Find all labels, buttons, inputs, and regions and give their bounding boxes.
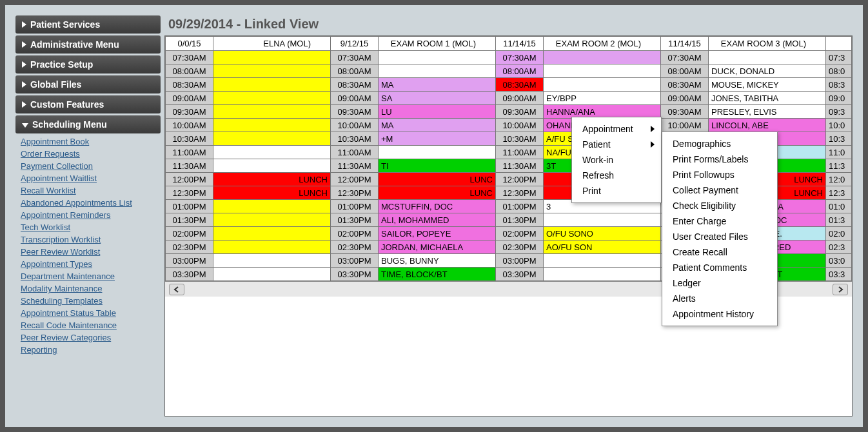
- appointment-cell[interactable]: [213, 92, 331, 105]
- appointment-cell[interactable]: MA: [379, 119, 496, 132]
- appointment-cell[interactable]: LINCOLN, ABE: [709, 119, 826, 132]
- appointment-cell[interactable]: [213, 105, 331, 119]
- appointment-cell[interactable]: LU: [379, 105, 496, 119]
- nav-section-practice-setup[interactable]: Practice Setup: [15, 55, 161, 74]
- nav-section-administrative-menu[interactable]: Administrative Menu: [15, 35, 161, 54]
- time-cell-extra: 09:3: [826, 105, 852, 119]
- appointment-cell[interactable]: [213, 213, 331, 227]
- ctx-item-collect-payment[interactable]: Collect Payment: [662, 182, 777, 198]
- appointment-cell[interactable]: [379, 51, 496, 64]
- appointment-cell[interactable]: LUNCH: [213, 186, 331, 200]
- appointment-cell[interactable]: [213, 159, 331, 173]
- appointment-cell[interactable]: [544, 51, 661, 64]
- submenu-peer-review-categories[interactable]: Peer Review Categories: [21, 331, 161, 344]
- submenu-peer-review-worklist[interactable]: Peer Review Worklist: [21, 246, 161, 258]
- appointment-cell[interactable]: PRESLEY, ELVIS: [709, 105, 826, 119]
- appointment-cell[interactable]: [213, 241, 331, 254]
- submenu-recall-code-maintenance[interactable]: Recall Code Maintenance: [21, 319, 161, 331]
- submenu-modality-maintenance[interactable]: Modality Maintenance: [21, 282, 161, 295]
- ctx-item-print-forms-labels[interactable]: Print Forms/Labels: [662, 152, 777, 167]
- time-cell-col4: 08:00AM: [661, 64, 709, 78]
- submenu-appointment-types[interactable]: Appointment Types: [21, 258, 161, 270]
- appointment-cell[interactable]: [213, 119, 331, 132]
- appointment-cell[interactable]: MA: [379, 78, 496, 92]
- appointment-cell[interactable]: SAILOR, POPEYE: [379, 227, 496, 241]
- ctx-item-patient-comments[interactable]: Patient Comments: [662, 260, 777, 275]
- appointment-cell[interactable]: [379, 64, 496, 78]
- appointment-cell[interactable]: TI: [379, 159, 496, 173]
- time-cell-col3: 11:30AM: [496, 159, 544, 173]
- appointment-cell[interactable]: [544, 213, 661, 227]
- appointment-cell[interactable]: O/FU SONO: [544, 227, 661, 241]
- nav-section-scheduling-menu[interactable]: Scheduling Menu: [15, 115, 161, 133]
- appointment-cell[interactable]: [544, 64, 661, 78]
- time-cell-col2: 03:00PM: [331, 254, 379, 268]
- appointment-cell[interactable]: AO/FU SON: [544, 241, 661, 254]
- submenu-appointment-waitlist[interactable]: Appointment Waitlist: [21, 172, 161, 184]
- nav-section-patient-services[interactable]: Patient Services: [15, 15, 161, 34]
- appointment-cell[interactable]: SA: [379, 92, 496, 105]
- scroll-left-button[interactable]: [169, 284, 184, 295]
- ctx-item-refresh[interactable]: Refresh: [572, 168, 661, 183]
- appointment-cell[interactable]: JONES, TABITHA: [709, 92, 826, 105]
- ctx-item-ledger[interactable]: Ledger: [662, 275, 777, 291]
- ctx-item-print[interactable]: Print: [572, 183, 661, 199]
- ctx-item-demographics[interactable]: Demographics: [662, 136, 777, 152]
- submenu-scheduling-templates[interactable]: Scheduling Templates: [21, 295, 161, 307]
- submenu-tech-worklist[interactable]: Tech Worklist: [21, 221, 161, 233]
- appointment-cell[interactable]: JORDAN, MICHAELA: [379, 241, 496, 254]
- appointment-cell[interactable]: [213, 200, 331, 213]
- context-menu-patient[interactable]: DemographicsPrint Forms/LabelsPrint Foll…: [662, 132, 778, 326]
- appointment-cell[interactable]: [544, 254, 661, 268]
- appointment-cell[interactable]: TIME, BLOCK/BT: [379, 268, 496, 281]
- appointment-cell[interactable]: LUNC: [379, 186, 496, 200]
- ctx-item-appointment[interactable]: Appointment: [572, 121, 661, 137]
- ctx-item-print-followups[interactable]: Print Followups: [662, 167, 777, 182]
- appointment-cell[interactable]: [213, 254, 331, 268]
- ctx-item-work-in[interactable]: Work-in: [572, 152, 661, 168]
- appointment-cell[interactable]: ALI, MOHAMMED: [379, 213, 496, 227]
- appointment-cell[interactable]: MCSTUFFIN, DOC: [379, 200, 496, 213]
- appointment-cell[interactable]: [544, 268, 661, 281]
- appointment-cell[interactable]: [213, 268, 331, 281]
- appointment-cell[interactable]: [213, 78, 331, 92]
- ctx-item-check-eligibility[interactable]: Check Eligibility: [662, 198, 777, 213]
- appointment-cell[interactable]: DUCK, DONALD: [709, 64, 826, 78]
- appointment-cell[interactable]: [213, 227, 331, 241]
- submenu-order-requests[interactable]: Order Requests: [21, 148, 161, 160]
- appointment-cell[interactable]: [213, 51, 331, 64]
- submenu-transcription-worklist[interactable]: Transcription Worklist: [21, 233, 161, 246]
- submenu-appointment-book[interactable]: Appointment Book: [21, 135, 161, 148]
- appointment-cell[interactable]: [213, 146, 331, 159]
- appointment-cell[interactable]: LUNC: [379, 173, 496, 186]
- appointment-cell[interactable]: MOUSE, MICKEY: [709, 78, 826, 92]
- nav-section-custom-features[interactable]: Custom Features: [15, 95, 161, 113]
- submenu-reporting[interactable]: Reporting: [21, 344, 161, 356]
- appointment-cell[interactable]: [544, 78, 661, 92]
- appointment-cell[interactable]: BUGS, BUNNY: [379, 254, 496, 268]
- submenu-appointment-reminders[interactable]: Appointment Reminders: [21, 209, 161, 221]
- ctx-item-appointment-history[interactable]: Appointment History: [662, 306, 777, 322]
- ctx-item-enter-charge[interactable]: Enter Charge: [662, 213, 777, 229]
- nav-section-global-files[interactable]: Global Files: [15, 75, 161, 93]
- appointment-cell[interactable]: [379, 146, 496, 159]
- ctx-item-patient[interactable]: Patient: [572, 137, 661, 152]
- scroll-right-button[interactable]: [833, 284, 848, 295]
- appointment-cell[interactable]: [709, 51, 826, 64]
- appointment-cell[interactable]: [213, 64, 331, 78]
- submenu-abandoned-appointments-list[interactable]: Abandoned Appointments List: [21, 197, 161, 209]
- chevron-down-icon: [22, 123, 28, 128]
- ctx-item-alerts[interactable]: Alerts: [662, 291, 777, 306]
- appointment-cell[interactable]: +M: [379, 132, 496, 146]
- time-cell-col1: 08:00AM: [166, 64, 213, 78]
- submenu-appointment-status-table[interactable]: Appointment Status Table: [21, 307, 161, 319]
- submenu-department-maintenance[interactable]: Department Maintenance: [21, 270, 161, 282]
- ctx-item-user-created-files[interactable]: User Created Files: [662, 229, 777, 244]
- submenu-recall-worklist[interactable]: Recall Worklist: [21, 184, 161, 197]
- context-menu-primary[interactable]: AppointmentPatientWork-inRefreshPrint: [571, 117, 662, 203]
- ctx-item-create-recall[interactable]: Create Recall: [662, 244, 777, 260]
- submenu-payment-collection[interactable]: Payment Collection: [21, 160, 161, 172]
- appointment-cell[interactable]: [213, 132, 331, 146]
- appointment-cell[interactable]: EY/BPP: [544, 92, 661, 105]
- appointment-cell[interactable]: LUNCH: [213, 173, 331, 186]
